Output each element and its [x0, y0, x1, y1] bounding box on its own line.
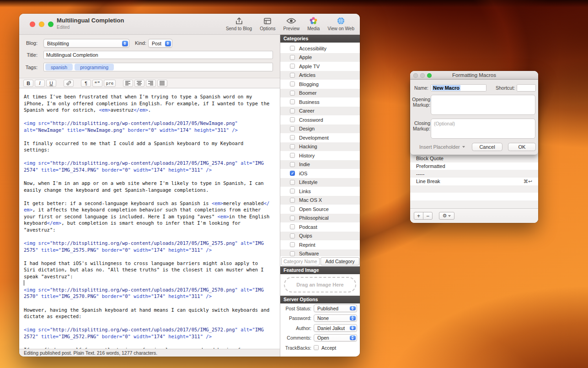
category-row[interactable]: Quips	[280, 232, 360, 241]
category-checkbox[interactable]	[290, 144, 295, 149]
macro-row[interactable]: Block Quote	[410, 155, 538, 162]
category-checkbox[interactable]	[290, 126, 295, 131]
category-row[interactable]: Apple	[280, 53, 360, 62]
server-option-popup[interactable]: Published	[314, 304, 357, 312]
send-to-blog-button[interactable]: Send to Blog	[226, 16, 252, 31]
title-input[interactable]	[43, 51, 273, 59]
category-checkbox[interactable]	[290, 46, 295, 51]
tags-input[interactable]: spanish programming	[43, 63, 273, 71]
category-row[interactable]: Blogging	[280, 80, 360, 89]
category-row[interactable]: Apple TV	[280, 62, 360, 71]
macros-window-titlebar[interactable]: Formatting Macros	[410, 71, 538, 80]
minimize-button[interactable]	[420, 73, 425, 78]
category-row[interactable]: Links	[280, 187, 360, 196]
category-row[interactable]: Articles	[280, 71, 360, 80]
tag-pill[interactable]: spanish	[45, 64, 73, 70]
trackbacks-checkbox[interactable]	[314, 345, 319, 350]
category-checkbox[interactable]	[290, 108, 295, 114]
category-checkbox[interactable]	[290, 91, 295, 96]
category-row[interactable]: Reprint	[280, 240, 360, 249]
macro-row[interactable]: Line Break⌘↩	[410, 178, 538, 185]
category-row[interactable]: Hacking	[280, 142, 360, 152]
add-category-button[interactable]: Add Category	[321, 257, 359, 265]
macro-row[interactable]	[410, 193, 538, 200]
category-name-input[interactable]	[281, 257, 320, 265]
macro-row[interactable]	[410, 200, 538, 208]
category-row[interactable]: Lifestyle	[280, 178, 360, 187]
category-checkbox[interactable]	[290, 171, 295, 176]
category-checkbox[interactable]	[290, 189, 295, 194]
zoom-button[interactable]	[427, 73, 432, 78]
add-macro-button[interactable]: +	[414, 212, 423, 220]
closing-markup-textarea[interactable]: (Optional)	[431, 119, 535, 139]
paragraph-button[interactable]: ¶	[81, 80, 91, 87]
category-checkbox[interactable]	[290, 242, 295, 247]
preview-button[interactable]: Preview	[283, 16, 300, 31]
server-option-popup[interactable]: None	[314, 314, 357, 322]
macro-shortcut-input[interactable]	[517, 84, 536, 92]
category-checkbox[interactable]	[290, 117, 295, 122]
category-checkbox[interactable]	[290, 233, 295, 238]
category-row[interactable]: Indie	[280, 160, 360, 169]
server-option-popup[interactable]: Open	[314, 334, 357, 342]
categories-list[interactable]: AccessibilityAppleApple TVArticlesBloggi…	[280, 44, 360, 256]
category-checkbox[interactable]	[290, 251, 295, 256]
category-row[interactable]: Business	[280, 97, 360, 107]
kind-popup[interactable]: Post	[148, 39, 172, 48]
category-row[interactable]: Podcast	[280, 222, 360, 232]
insert-placeholder-dropdown[interactable]: Insert Placeholder	[419, 144, 465, 150]
align-left-button[interactable]	[123, 80, 133, 87]
cancel-button[interactable]: Cancel	[472, 143, 502, 151]
category-row[interactable]: iOS	[280, 169, 360, 178]
category-checkbox[interactable]	[290, 135, 295, 140]
category-checkbox[interactable]	[290, 198, 295, 203]
underline-button[interactable]: U	[46, 80, 56, 87]
blockquote-button[interactable]: “”	[92, 80, 102, 87]
align-right-button[interactable]	[146, 80, 156, 87]
ok-button[interactable]: OK	[508, 143, 536, 151]
tag-pill[interactable]: programming	[75, 64, 114, 70]
macro-actions-button[interactable]: ⚙	[439, 212, 454, 220]
macro-name-input[interactable]: New Macro	[431, 84, 486, 92]
server-option-popup[interactable]: Daniel Jalkut	[314, 324, 357, 332]
macros-list[interactable]: Block QuotePreformatted-----Line Break⌘↩	[410, 155, 538, 208]
close-button[interactable]	[413, 73, 418, 78]
options-button[interactable]: Options	[260, 16, 275, 31]
link-button[interactable]	[64, 80, 74, 87]
italic-button[interactable]: I	[35, 80, 45, 87]
category-row[interactable]: Philosophical	[280, 214, 360, 223]
category-checkbox[interactable]	[290, 64, 295, 69]
category-checkbox[interactable]	[290, 55, 295, 60]
align-center-button[interactable]	[134, 80, 144, 87]
post-body-editor[interactable]: At times I've been frustrated that when …	[19, 88, 280, 349]
image-drop-zone[interactable]: Drag an Image Here	[284, 277, 356, 292]
category-row[interactable]: Boomer	[280, 89, 360, 98]
category-checkbox[interactable]	[290, 81, 295, 87]
category-checkbox[interactable]	[290, 99, 295, 104]
remove-macro-button[interactable]: −	[423, 212, 433, 220]
minimize-button[interactable]	[39, 22, 44, 27]
blog-popup[interactable]: Bitsplitting	[43, 39, 129, 48]
media-button[interactable]: Media	[307, 16, 320, 31]
close-button[interactable]	[30, 22, 35, 27]
category-row[interactable]: Accessibility	[280, 44, 360, 53]
category-row[interactable]: Software	[280, 249, 360, 257]
category-row[interactable]: Development	[280, 133, 360, 142]
category-checkbox[interactable]	[290, 73, 295, 78]
align-justify-button[interactable]	[157, 80, 167, 87]
category-row[interactable]: Crossword	[280, 115, 360, 124]
bold-button[interactable]: B	[23, 80, 33, 87]
category-checkbox[interactable]	[290, 216, 295, 221]
category-checkbox[interactable]	[290, 206, 295, 211]
category-row[interactable]: Design	[280, 124, 360, 134]
view-on-web-button[interactable]: View on Web	[327, 16, 354, 31]
opening-markup-textarea[interactable]	[431, 95, 535, 115]
window-titlebar[interactable]: Multilingual Completion Edited Send to B…	[19, 14, 360, 35]
category-checkbox[interactable]	[290, 162, 295, 167]
category-checkbox[interactable]	[290, 224, 295, 229]
category-row[interactable]: History	[280, 151, 360, 160]
category-row[interactable]: Mac OS X	[280, 196, 360, 205]
macro-row[interactable]	[410, 185, 538, 193]
macro-row[interactable]: -----	[410, 170, 538, 178]
category-checkbox[interactable]	[290, 180, 295, 185]
